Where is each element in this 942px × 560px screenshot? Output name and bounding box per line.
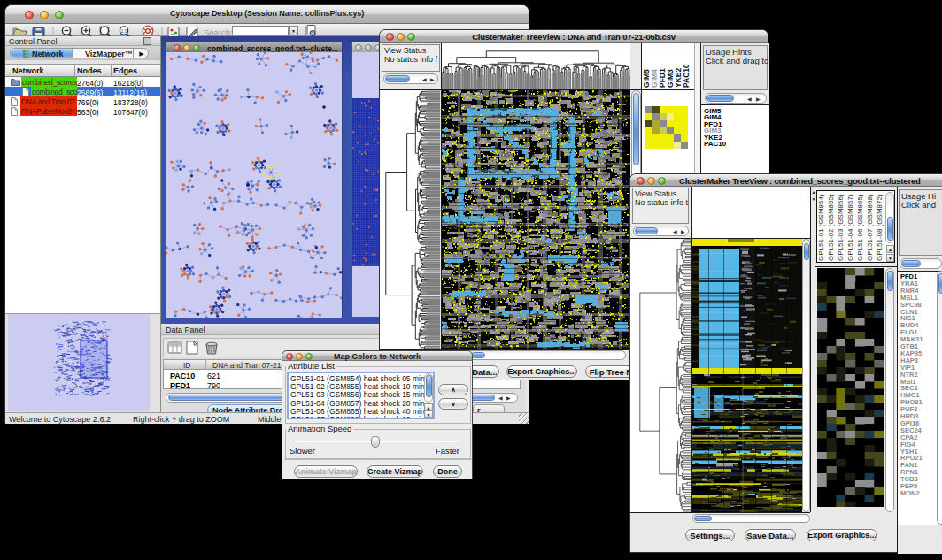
svg-text:GPL51-08 (GSM872): GPL51-08 (GSM872): [876, 194, 884, 261]
svg-text:GPL51-04 (GSM857): GPL51-04 (GSM857): [846, 194, 854, 261]
svg-text:PAC10: PAC10: [682, 64, 691, 88]
svg-text:GPL51-07 (GSM868): GPL51-07 (GSM868): [866, 194, 874, 261]
svg-text:GPL51-01 (GSM854): GPL51-01 (GSM854): [817, 194, 825, 261]
svg-text:GPL51-06 (GSM865): GPL51-06 (GSM865): [856, 194, 864, 261]
svg-text:GPL51-03 (GSM856): GPL51-03 (GSM856): [837, 194, 845, 261]
svg-text:GPL51-02 (GSM855): GPL51-02 (GSM855): [827, 194, 835, 261]
svg-text:1:1: 1:1: [121, 29, 127, 34]
